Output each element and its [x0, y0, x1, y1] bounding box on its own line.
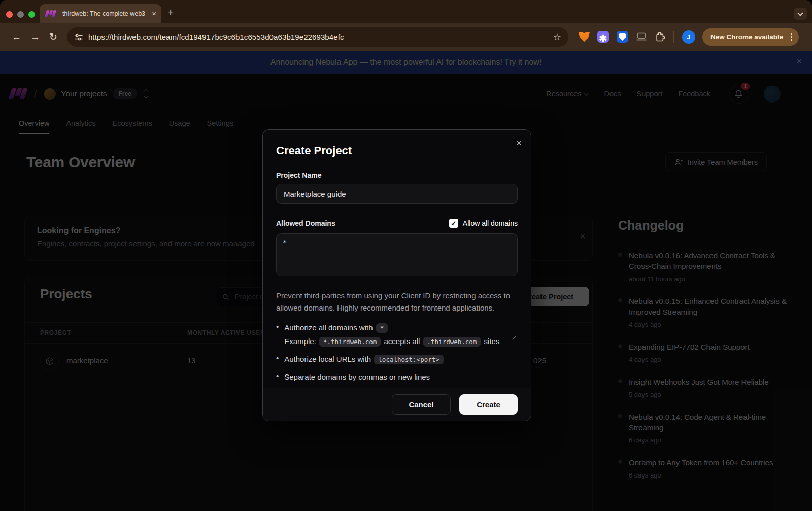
page-viewport: Announcing Nebula App — the most powerfu… [0, 51, 812, 511]
site-settings-icon[interactable] [74, 32, 83, 42]
allow-all-domains-label[interactable]: Allow all domains [463, 219, 518, 227]
domains-hint-list: • Authorize all domains with * Example: … [276, 321, 518, 384]
chevron-down-icon [797, 10, 803, 16]
allow-all-domains-control[interactable]: ✓ Allow all domains [449, 219, 518, 228]
toolbar-divider [673, 31, 674, 43]
modal-close-icon[interactable]: × [516, 138, 522, 148]
code-chip: *.thirdweb.com [319, 337, 381, 347]
tab-strip: thirdweb: The complete web3 × + [0, 0, 812, 23]
code-chip: * [376, 323, 388, 333]
modal-footer: Cancel Create [263, 388, 531, 421]
allow-all-domains-checkbox[interactable]: ✓ [449, 219, 458, 228]
cancel-button[interactable]: Cancel [392, 394, 451, 415]
tab-search-button[interactable] [794, 8, 807, 20]
allowed-domains-textarea[interactable]: * [276, 233, 518, 276]
new-tab-button[interactable]: + [167, 6, 174, 18]
bitwarden-extension-icon[interactable] [617, 31, 628, 43]
list-item: • Authorize all domains with * Example: … [276, 321, 518, 349]
window-controls [6, 11, 35, 18]
create-button[interactable]: Create [459, 394, 518, 415]
url-text[interactable]: https://thirdweb.com/team/fcd194917bc9c6… [88, 32, 548, 41]
code-chip: localhost:<port> [374, 355, 443, 364]
bullet-icon: • [276, 370, 279, 384]
back-button[interactable]: ← [12, 32, 21, 42]
tab-title: thirdweb: The complete web3 [62, 10, 148, 17]
browser-toolbar: ← → ↻ https://thirdweb.com/team/fcd19491… [0, 23, 812, 51]
metamask-extension-icon[interactable] [579, 32, 590, 42]
forward-button[interactable]: → [30, 32, 40, 42]
bullet-icon: • [276, 353, 279, 366]
code-chip: .thirdweb.com [423, 337, 481, 347]
project-name-label: Project Name [276, 171, 518, 179]
close-window-button[interactable] [6, 11, 13, 18]
extension-icons: ✱ [579, 31, 665, 43]
allowed-domains-label: Allowed Domains [276, 219, 335, 227]
create-project-modal: × Create Project Project Name Allowed Do… [262, 129, 531, 421]
browser-menu-icon[interactable] [788, 33, 795, 41]
minimize-window-button[interactable] [17, 11, 24, 18]
chrome-update-button[interactable]: New Chrome available [702, 28, 799, 46]
bookmark-star-icon[interactable]: ☆ [553, 31, 561, 43]
chrome-update-label: New Chrome available [710, 33, 783, 41]
browser-tab[interactable]: thirdweb: The complete web3 × [40, 4, 161, 23]
reload-button[interactable]: ↻ [49, 32, 57, 42]
bullet-icon: • [276, 321, 279, 349]
project-name-field[interactable] [276, 184, 518, 204]
laptop-extension-icon[interactable] [636, 32, 647, 41]
list-item: • Authorize local URLs with localhost:<p… [276, 353, 518, 366]
browser-window: thirdweb: The complete web3 × + ← → ↻ ht… [0, 0, 812, 511]
thirdweb-favicon [45, 10, 57, 17]
address-bar[interactable]: https://thirdweb.com/team/fcd194917bc9c6… [67, 27, 568, 47]
tab-close-icon[interactable]: × [152, 10, 156, 17]
browser-profile-avatar[interactable]: J [682, 30, 695, 44]
purple-extension-icon[interactable]: ✱ [597, 31, 609, 43]
modal-body: Create Project Project Name Allowed Doma… [263, 130, 531, 388]
domains-help-text: Prevent third-parties from using your Cl… [276, 290, 518, 314]
shield-icon [619, 33, 626, 41]
list-item: • Separate domains by commas or new line… [276, 370, 518, 384]
extensions-puzzle-icon[interactable] [655, 31, 665, 42]
zoom-window-button[interactable] [28, 11, 35, 18]
modal-title: Create Project [276, 144, 518, 157]
allowed-domains-row: Allowed Domains ✓ Allow all domains [276, 219, 518, 228]
